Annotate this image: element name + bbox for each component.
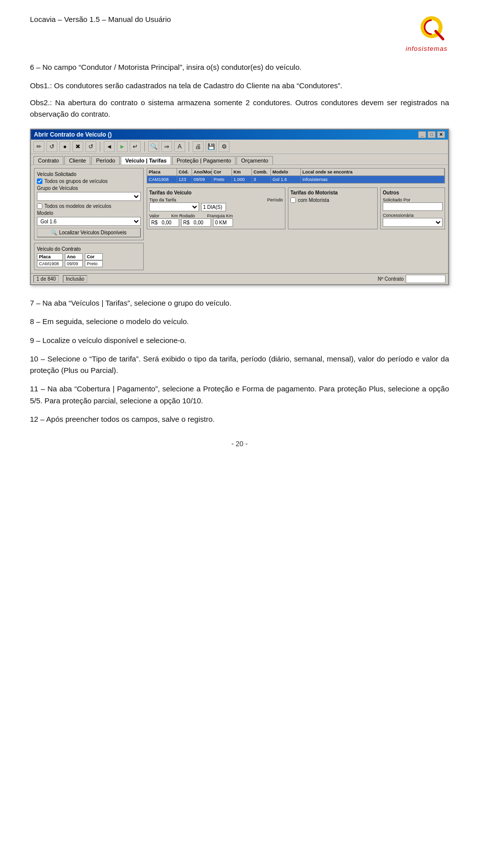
tab-veiculo-tarifas[interactable]: Veículo | Tarifas [121,156,171,165]
com-motorista-checkbox[interactable] [290,197,296,203]
tarifa-motorista-panel: Tarifas do Motorista com Motorista [288,187,378,229]
window-titlebar: Abrir Contrato de Veículo () _ □ ✕ [31,130,448,140]
periodo-label: Período [267,197,283,202]
toolbar-a-icon[interactable]: A [174,141,185,152]
right-panel: Placa Cód. Ano/Mod. Cor Km Comb. Modelo … [147,168,445,270]
window-toolbar: ✏ ↺ ● ✖ ↺ ◄ ► ↵ 🔍 ⇒ A 🖨 💾 ⚙ [31,140,448,154]
vg-cell-local: Infosistemas [301,176,445,183]
vc-table-header: Placa Ano Cor [37,253,141,260]
toolbar-delete-icon[interactable]: ✖ [72,141,83,152]
no-contrato-input[interactable] [406,275,446,283]
todos-grupos-row[interactable]: Todos os grupos de veículos [37,178,141,184]
concessionaria-label: Concessionária [383,213,443,218]
tipo-tarifa-inputs[interactable] [149,202,283,211]
valor-inputs-row[interactable] [149,218,283,227]
vg-cell-cod: 123 [177,176,192,183]
tipo-tarifa-dropdown[interactable] [149,202,199,211]
vc-cell-placa: CAM1908 [37,260,63,267]
vg-header-anomod: Ano/Mod. [192,169,212,175]
vg-cell-placa: CAM1908 [147,176,177,183]
bottom-section: Tarifas do Veículo Tipo da Tarifa Períod… [147,187,445,229]
paragraph-12: 12 – Após preencher todos os campos, sal… [30,413,449,425]
km-rodado-input[interactable] [181,218,211,227]
toolbar-refresh-icon[interactable]: ↺ [85,141,96,152]
valor-label: Valor [149,213,159,218]
tab-orcamento[interactable]: Orçamento [237,156,272,165]
paragraph-10: 10 – Selecione o “Tipo de tarifa”. Será … [30,353,449,376]
close-button[interactable]: ✕ [437,131,445,138]
statusbar: 1 de 840 Inclusão Nº Contrato [31,273,448,284]
no-contrato-label: Nº Contrato [378,276,404,282]
tab-contrato[interactable]: Contrato [33,156,63,165]
vg-header-placa: Placa [147,169,177,175]
grupo-veiculo-dropdown[interactable] [37,192,141,201]
vg-cell-comb: 3 [252,176,271,183]
window-controls[interactable]: _ □ ✕ [418,131,445,138]
vc-header-cor: Cor [85,253,103,260]
record-count: 1 de 840 [33,275,59,283]
page-header: Locavia – Versão 1.5 – Manual do Usuário… [30,15,449,52]
window-tabs[interactable]: Contrato Cliente Período Veículo | Tarif… [31,154,448,165]
paragraph-8: 8 – Em seguida, selecione o modelo do ve… [30,316,449,327]
maximize-button[interactable]: □ [428,131,436,138]
concessionaria-dropdown[interactable] [383,218,443,227]
localizar-btn[interactable]: 🔍 Localizar Veículos Disponíveis [37,228,141,237]
toolbar-record-icon[interactable]: ● [59,141,70,152]
todos-modelos-label: Todos os modelos de veículos [44,203,111,209]
toolbar-edit-icon[interactable]: ✏ [33,141,44,152]
vg-cell-km: 1.000 [232,176,252,183]
valor-input[interactable] [149,218,179,227]
vg-header-modelo: Modelo [271,169,301,175]
page-number: - 20 - [232,440,248,448]
toolbar-enter-icon[interactable]: ↵ [130,141,141,152]
tab-cliente[interactable]: Cliente [64,156,90,165]
logo-area: infosistemas [404,15,449,52]
franquia-input[interactable] [213,218,233,227]
vc-cell-cor: Preto [85,260,103,267]
valor-fields-row: Valor Km Rodado Franquia Km [149,213,283,218]
logo-text: infosistemas [406,45,448,52]
solicitado-por-label: Solicitado Por [383,197,443,202]
todos-modelos-checkbox[interactable] [37,203,42,209]
vg-header-cor: Cor [212,169,232,175]
mode-indicator: Inclusão [63,275,87,283]
paragraph-9: 9 – Localize o veículo disponível e sele… [30,335,449,346]
modelo-dropdown[interactable]: Gol 1.6 [37,217,141,226]
com-motorista-label: com Motorista [298,197,329,203]
todos-grupos-label: Todos os grupos de veículos [44,178,108,184]
paragraph-7: 7 – Na aba “Veículos | Tarifas”, selecio… [30,297,449,309]
tab-protecao-pagamento[interactable]: Proteção | Pagamento [172,156,236,165]
vc-table-row: CAM1908 09/09 Preto [37,260,141,267]
tarifa-veiculo-panel: Tarifas do Veículo Tipo da Tarifa Períod… [147,187,285,229]
todos-grupos-checkbox[interactable] [37,178,42,184]
window-body: Veículo Solicitado Todos os grupos de ve… [31,165,448,273]
tarifa-veiculo-title: Tarifas do Veículo [149,190,283,195]
toolbar-back-icon[interactable]: ◄ [104,141,115,152]
toolbar-print-icon[interactable]: 🖨 [193,141,204,152]
toolbar-undo-icon[interactable]: ↺ [46,141,57,152]
numero-contrato-area: Nº Contrato [378,275,446,283]
paragraph-11: 11 – Na aba “Cobertura | Pagamento”, sel… [30,383,449,406]
vc-header-ano: Ano [65,253,83,260]
vg-cell-anomod: 09/09 [192,176,212,183]
veiculo-solicitado-group: Veículo Solicitado Todos os grupos de ve… [34,168,144,240]
toolbar-save-icon[interactable]: 💾 [206,141,217,152]
periodo-input[interactable] [201,203,226,211]
toolbar-arrow-icon[interactable]: ⇒ [161,141,172,152]
minimize-button[interactable]: _ [418,131,426,138]
app-window: Abrir Contrato de Veículo () _ □ ✕ ✏ ↺ ●… [30,129,449,285]
veiculo-contrato-label: Veículo do Contrato [37,246,141,252]
toolbar-play-icon[interactable]: ► [117,141,128,152]
vehicle-grid[interactable]: Placa Cód. Ano/Mod. Cor Km Comb. Modelo … [147,168,445,183]
vg-cell-cor: Preto [212,176,232,183]
window-title: Abrir Contrato de Veículo () [34,131,112,138]
solicitado-por-input[interactable] [383,202,443,211]
toolbar-search-icon[interactable]: 🔍 [148,141,159,152]
tab-periodo[interactable]: Período [91,156,120,165]
vg-data-row[interactable]: CAM1908 123 09/09 Preto 1.000 3 Gol 1.6 … [147,176,445,183]
todos-modelos-row[interactable]: Todos os modelos de veículos [37,203,141,209]
grupo-veiculo-label: Grupo de Veículos [37,185,141,191]
toolbar-misc-icon[interactable]: ⚙ [219,141,230,152]
com-motorista-row[interactable]: com Motorista [290,197,375,203]
toolbar-separator-3 [189,142,189,152]
